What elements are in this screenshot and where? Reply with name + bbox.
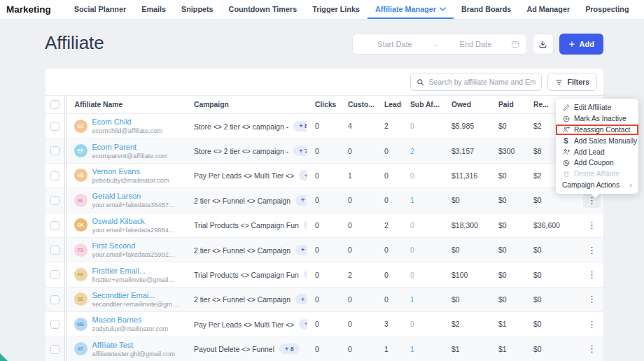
nav-tab-prospecting[interactable]: Prospecting bbox=[578, 0, 636, 19]
chevron-down-icon bbox=[440, 7, 446, 11]
affiliate-name-link[interactable]: Mason Barnes bbox=[92, 316, 169, 324]
owed-value: $1 bbox=[443, 337, 490, 361]
col-clicks: Clicks bbox=[307, 96, 340, 114]
campaign-count-badge[interactable]: + 8 bbox=[293, 121, 307, 132]
row-actions-kebab-button[interactable]: ⋮ bbox=[583, 292, 601, 306]
row-checkbox[interactable] bbox=[50, 146, 59, 155]
affiliate-email: ecomparent@affiliate.com bbox=[92, 153, 168, 160]
menu-item-add-sales-manually[interactable]: $Add Sales Manually bbox=[556, 135, 638, 146]
table-row: FS First Second your.email+fakedata25992… bbox=[46, 237, 603, 262]
clicks-value: 0 bbox=[307, 213, 340, 237]
customers-value: 0 bbox=[340, 287, 376, 311]
col-campaign: Campaign bbox=[186, 96, 307, 114]
row-actions-kebab-button[interactable]: ⋮ bbox=[583, 341, 601, 356]
avatar: EP bbox=[74, 144, 88, 157]
row-actions-kebab-button[interactable]: ⋮ bbox=[583, 317, 601, 332]
affiliate-name-link[interactable]: Gerald Larson bbox=[92, 192, 182, 200]
nav-tab-affiliate-manager[interactable]: Affiliate Manager bbox=[368, 0, 454, 19]
row-checkbox[interactable] bbox=[50, 171, 59, 180]
campaign-name: Pay Per Leads <> Multi Tier <> bbox=[194, 320, 294, 328]
campaign-count-badge[interactable]: + 9 bbox=[299, 170, 307, 180]
campaign-count-badge[interactable]: + 6 bbox=[295, 195, 307, 206]
add-affiliate-button[interactable]: Add bbox=[559, 34, 603, 55]
menu-item-campaign-actions[interactable]: Campaign Actions › bbox=[556, 180, 638, 191]
nav-tab-snippets[interactable]: Snippets bbox=[174, 0, 221, 19]
export-download-button[interactable] bbox=[533, 34, 554, 55]
paid-value: $0 bbox=[490, 287, 525, 311]
menu-item-add-lead[interactable]: Add Lead bbox=[556, 146, 638, 157]
menu-item-delete-affiliate[interactable]: Delete Affiliate bbox=[556, 169, 638, 180]
menu-item-mark-as-inactive[interactable]: Mark As Inactive bbox=[556, 113, 638, 125]
clicks-value: 0 bbox=[307, 287, 340, 311]
row-checkbox[interactable] bbox=[50, 345, 59, 354]
owed-value: $18,300 bbox=[443, 213, 490, 237]
row-checkbox[interactable] bbox=[50, 221, 59, 230]
owed-value: $0 bbox=[443, 287, 490, 311]
row-checkbox[interactable] bbox=[50, 196, 59, 205]
nav-tab-brand-boards[interactable]: Brand Boards bbox=[454, 0, 519, 19]
affiliate-name-link[interactable]: Ecom Parent bbox=[92, 143, 168, 151]
affiliate-name-link[interactable]: First Second bbox=[92, 241, 182, 250]
campaign-count-badge[interactable]: + 7 bbox=[299, 319, 307, 330]
affiliate-name-link[interactable]: Ecom Child bbox=[92, 118, 163, 126]
affiliate-name-link[interactable]: Firsttier Email... bbox=[92, 267, 174, 275]
col-paid: Paid bbox=[490, 96, 525, 114]
date-range-picker[interactable]: Start Date → End Date bbox=[352, 34, 527, 55]
search-box[interactable] bbox=[410, 73, 542, 91]
coupon-icon bbox=[562, 160, 570, 167]
row-checkbox[interactable] bbox=[50, 295, 59, 304]
paid-value: $1 bbox=[490, 337, 525, 361]
start-date-field[interactable]: Start Date bbox=[360, 40, 430, 48]
row-checkbox[interactable] bbox=[50, 270, 59, 279]
owed-value: $11,316 bbox=[443, 163, 490, 187]
customers-value: 2 bbox=[340, 262, 376, 287]
affiliate-name-link[interactable]: Vernon Evans bbox=[92, 167, 169, 176]
campaign-count-badge[interactable]: + 8 bbox=[279, 344, 300, 354]
menu-item-add-coupon[interactable]: Add Coupon bbox=[556, 157, 638, 169]
table-row: FE Firsttier Email... firsttier+emailinv… bbox=[46, 262, 603, 287]
row-actions-kebab-button[interactable]: ⋮ bbox=[583, 243, 601, 257]
leads-value: 2 bbox=[376, 114, 402, 139]
end-date-field[interactable]: End Date bbox=[440, 40, 511, 48]
affiliate-name-link[interactable]: Secondtier Emai... bbox=[92, 291, 182, 299]
menu-item-reassign-contact[interactable]: Reassign Contact bbox=[556, 125, 638, 136]
campaign-count-badge[interactable]: + 6 bbox=[295, 245, 307, 255]
nav-tab-countdown-timers[interactable]: Countdown Timers bbox=[221, 0, 305, 19]
select-all-checkbox[interactable] bbox=[50, 100, 59, 109]
customers-value: 0 bbox=[340, 312, 376, 337]
row-checkbox[interactable] bbox=[50, 122, 59, 131]
table-row: OK Oswald Kilback your.email+fakedata290… bbox=[46, 213, 603, 237]
row-checkbox[interactable] bbox=[50, 320, 59, 329]
paid-value: $0 bbox=[490, 188, 525, 213]
affiliate-list-card: Filters Affiliate Name Campaign Clicks C… bbox=[46, 69, 603, 361]
owed-value: $3,157 bbox=[443, 139, 490, 163]
table-row: SE Secondtier Emai... secondtier+emailin… bbox=[46, 287, 603, 311]
col-owed: Owed bbox=[443, 96, 490, 114]
row-actions-kebab-button[interactable]: ⋮ bbox=[583, 218, 601, 232]
search-input[interactable] bbox=[428, 78, 536, 86]
nav-tab-trigger-links[interactable]: Trigger Links bbox=[304, 0, 368, 19]
affiliate-name-link[interactable]: Oswald Kilback bbox=[92, 217, 182, 225]
col-leads: Leads bbox=[376, 96, 402, 114]
clicks-value: 0 bbox=[307, 114, 340, 139]
col-affiliate-name: Affiliate Name bbox=[65, 96, 186, 114]
campaign-count-badge[interactable]: + 7 bbox=[304, 269, 307, 280]
avatar: EC bbox=[74, 120, 88, 133]
row-actions-kebab-button[interactable]: ⋮ bbox=[583, 267, 601, 282]
campaign-count-badge[interactable]: + 6 bbox=[295, 294, 307, 304]
nav-tab-ad-manager[interactable]: Ad Manager bbox=[519, 0, 578, 19]
nav-tab-social-planner[interactable]: Social Planner bbox=[66, 0, 134, 19]
add-button-label: Add bbox=[580, 40, 594, 48]
chat-beacon-corner[interactable] bbox=[0, 353, 8, 361]
nav-tab-emails[interactable]: Emails bbox=[134, 0, 174, 19]
row-checkbox[interactable] bbox=[50, 246, 59, 255]
revenue-value: $0 bbox=[525, 337, 580, 361]
campaign-name: Payout Delete <> Funnel bbox=[194, 346, 274, 353]
affiliate-name-link[interactable]: Affiliate Test bbox=[92, 341, 176, 349]
campaign-count-badge[interactable]: + 7 bbox=[293, 146, 307, 156]
search-icon bbox=[416, 78, 424, 86]
menu-item-edit-affiliate[interactable]: Edit Affiliate bbox=[556, 102, 638, 113]
filters-button[interactable]: Filters bbox=[547, 73, 597, 91]
campaign-count-badge[interactable]: + 6 bbox=[304, 220, 307, 230]
clicks-value: 0 bbox=[307, 237, 340, 262]
